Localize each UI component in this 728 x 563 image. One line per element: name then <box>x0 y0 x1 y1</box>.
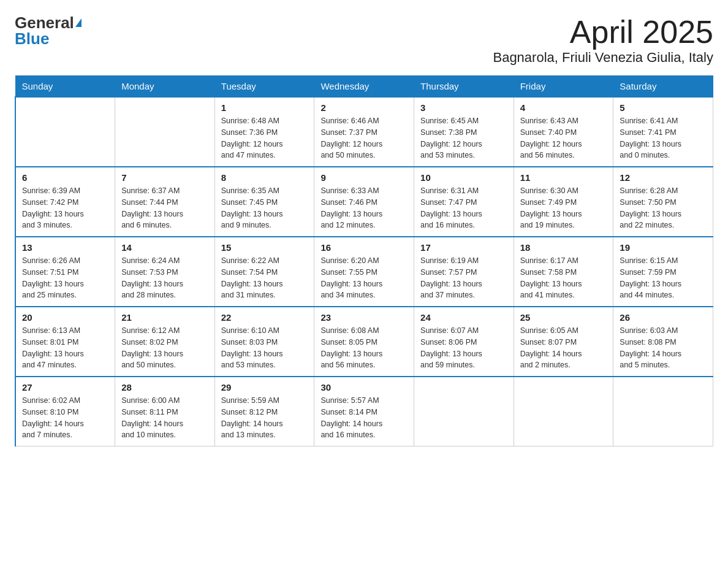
day-info: Sunrise: 6:41 AM Sunset: 7:41 PM Dayligh… <box>620 115 707 161</box>
calendar-week-row: 1Sunrise: 6:48 AM Sunset: 7:36 PM Daylig… <box>15 97 713 167</box>
day-info: Sunrise: 6:10 AM Sunset: 8:03 PM Dayligh… <box>221 325 308 371</box>
calendar-day-cell: 14Sunrise: 6:24 AM Sunset: 7:53 PM Dayli… <box>115 237 215 307</box>
calendar-day-cell: 15Sunrise: 6:22 AM Sunset: 7:54 PM Dayli… <box>214 237 314 307</box>
day-info: Sunrise: 6:28 AM Sunset: 7:50 PM Dayligh… <box>620 185 707 231</box>
day-info: Sunrise: 6:02 AM Sunset: 8:10 PM Dayligh… <box>22 395 108 441</box>
day-number: 30 <box>320 382 408 393</box>
day-info: Sunrise: 6:07 AM Sunset: 8:06 PM Dayligh… <box>420 325 507 371</box>
calendar-day-cell <box>514 377 613 446</box>
day-number: 14 <box>121 242 208 253</box>
day-info: Sunrise: 6:30 AM Sunset: 7:49 PM Dayligh… <box>520 185 607 231</box>
title-area: April 2025 Bagnarola, Friuli Venezia Giu… <box>493 15 713 66</box>
day-number: 24 <box>420 312 507 323</box>
month-title: April 2025 <box>493 15 713 50</box>
calendar-day-cell: 12Sunrise: 6:28 AM Sunset: 7:50 PM Dayli… <box>613 167 713 237</box>
calendar-day-cell: 29Sunrise: 5:59 AM Sunset: 8:12 PM Dayli… <box>214 377 314 446</box>
day-number: 6 <box>22 172 108 183</box>
day-number: 10 <box>420 172 507 183</box>
calendar-day-cell: 8Sunrise: 6:35 AM Sunset: 7:45 PM Daylig… <box>214 167 314 237</box>
day-info: Sunrise: 6:12 AM Sunset: 8:02 PM Dayligh… <box>121 325 208 371</box>
calendar-day-cell <box>15 97 115 167</box>
day-info: Sunrise: 6:00 AM Sunset: 8:11 PM Dayligh… <box>121 395 208 441</box>
day-number: 28 <box>121 382 208 393</box>
weekday-header-wednesday: Wednesday <box>314 76 414 98</box>
day-number: 15 <box>221 242 308 253</box>
page-header: General Blue April 2025 Bagnarola, Friul… <box>15 15 713 66</box>
day-number: 12 <box>620 172 707 183</box>
day-number: 16 <box>320 242 408 253</box>
day-info: Sunrise: 6:26 AM Sunset: 7:51 PM Dayligh… <box>22 255 108 301</box>
calendar-day-cell: 7Sunrise: 6:37 AM Sunset: 7:44 PM Daylig… <box>115 167 215 237</box>
weekday-header-monday: Monday <box>115 76 215 98</box>
calendar-day-cell: 16Sunrise: 6:20 AM Sunset: 7:55 PM Dayli… <box>314 237 414 307</box>
calendar-day-cell: 1Sunrise: 6:48 AM Sunset: 7:36 PM Daylig… <box>214 97 314 167</box>
day-info: Sunrise: 6:03 AM Sunset: 8:08 PM Dayligh… <box>620 325 707 371</box>
calendar-day-cell <box>414 377 514 446</box>
calendar-day-cell: 25Sunrise: 6:05 AM Sunset: 8:07 PM Dayli… <box>514 307 613 377</box>
day-info: Sunrise: 6:33 AM Sunset: 7:46 PM Dayligh… <box>320 185 408 231</box>
day-number: 23 <box>320 312 408 323</box>
day-info: Sunrise: 6:45 AM Sunset: 7:38 PM Dayligh… <box>420 115 507 161</box>
day-number: 7 <box>121 172 208 183</box>
calendar-day-cell: 20Sunrise: 6:13 AM Sunset: 8:01 PM Dayli… <box>15 307 115 377</box>
calendar-day-cell: 28Sunrise: 6:00 AM Sunset: 8:11 PM Dayli… <box>115 377 215 446</box>
calendar-week-row: 13Sunrise: 6:26 AM Sunset: 7:51 PM Dayli… <box>15 237 713 307</box>
calendar-day-cell: 19Sunrise: 6:15 AM Sunset: 7:59 PM Dayli… <box>613 237 713 307</box>
location-title: Bagnarola, Friuli Venezia Giulia, Italy <box>493 50 713 66</box>
day-number: 17 <box>420 242 507 253</box>
day-number: 2 <box>320 102 408 113</box>
logo-triangle-icon <box>75 18 82 27</box>
day-number: 11 <box>520 172 607 183</box>
day-info: Sunrise: 6:20 AM Sunset: 7:55 PM Dayligh… <box>320 255 408 301</box>
calendar-day-cell: 13Sunrise: 6:26 AM Sunset: 7:51 PM Dayli… <box>15 237 115 307</box>
calendar-day-cell: 11Sunrise: 6:30 AM Sunset: 7:49 PM Dayli… <box>514 167 613 237</box>
weekday-header-thursday: Thursday <box>414 76 514 98</box>
calendar-day-cell: 17Sunrise: 6:19 AM Sunset: 7:57 PM Dayli… <box>414 237 514 307</box>
calendar-day-cell: 30Sunrise: 5:57 AM Sunset: 8:14 PM Dayli… <box>314 377 414 446</box>
day-number: 13 <box>22 242 108 253</box>
weekday-header-saturday: Saturday <box>613 76 713 98</box>
day-info: Sunrise: 6:31 AM Sunset: 7:47 PM Dayligh… <box>420 185 507 231</box>
day-info: Sunrise: 6:17 AM Sunset: 7:58 PM Dayligh… <box>520 255 607 301</box>
calendar-day-cell: 24Sunrise: 6:07 AM Sunset: 8:06 PM Dayli… <box>414 307 514 377</box>
calendar-day-cell: 26Sunrise: 6:03 AM Sunset: 8:08 PM Dayli… <box>613 307 713 377</box>
calendar-day-cell: 9Sunrise: 6:33 AM Sunset: 7:46 PM Daylig… <box>314 167 414 237</box>
day-info: Sunrise: 6:13 AM Sunset: 8:01 PM Dayligh… <box>22 325 108 371</box>
calendar-day-cell: 3Sunrise: 6:45 AM Sunset: 7:38 PM Daylig… <box>414 97 514 167</box>
weekday-header-friday: Friday <box>514 76 613 98</box>
calendar-day-cell: 21Sunrise: 6:12 AM Sunset: 8:02 PM Dayli… <box>115 307 215 377</box>
day-number: 5 <box>620 102 707 113</box>
day-info: Sunrise: 6:35 AM Sunset: 7:45 PM Dayligh… <box>221 185 308 231</box>
logo-general-text: General <box>15 15 74 31</box>
calendar-day-cell <box>613 377 713 446</box>
day-number: 4 <box>520 102 607 113</box>
weekday-header-tuesday: Tuesday <box>214 76 314 98</box>
logo-blue-text: Blue <box>15 31 49 47</box>
day-info: Sunrise: 6:37 AM Sunset: 7:44 PM Dayligh… <box>121 185 208 231</box>
day-info: Sunrise: 6:15 AM Sunset: 7:59 PM Dayligh… <box>620 255 707 301</box>
calendar-day-cell: 22Sunrise: 6:10 AM Sunset: 8:03 PM Dayli… <box>214 307 314 377</box>
calendar-day-cell: 27Sunrise: 6:02 AM Sunset: 8:10 PM Dayli… <box>15 377 115 446</box>
calendar-day-cell: 18Sunrise: 6:17 AM Sunset: 7:58 PM Dayli… <box>514 237 613 307</box>
calendar-day-cell <box>115 97 215 167</box>
day-info: Sunrise: 6:08 AM Sunset: 8:05 PM Dayligh… <box>320 325 408 371</box>
calendar-week-row: 27Sunrise: 6:02 AM Sunset: 8:10 PM Dayli… <box>15 377 713 446</box>
day-info: Sunrise: 5:59 AM Sunset: 8:12 PM Dayligh… <box>221 395 308 441</box>
day-info: Sunrise: 6:39 AM Sunset: 7:42 PM Dayligh… <box>22 185 108 231</box>
calendar-day-cell: 2Sunrise: 6:46 AM Sunset: 7:37 PM Daylig… <box>314 97 414 167</box>
day-number: 19 <box>620 242 707 253</box>
weekday-header-sunday: Sunday <box>15 76 115 98</box>
day-number: 18 <box>520 242 607 253</box>
day-info: Sunrise: 5:57 AM Sunset: 8:14 PM Dayligh… <box>320 395 408 441</box>
day-info: Sunrise: 6:22 AM Sunset: 7:54 PM Dayligh… <box>221 255 308 301</box>
day-number: 26 <box>620 312 707 323</box>
calendar-day-cell: 6Sunrise: 6:39 AM Sunset: 7:42 PM Daylig… <box>15 167 115 237</box>
day-number: 20 <box>22 312 108 323</box>
calendar-table: SundayMondayTuesdayWednesdayThursdayFrid… <box>15 75 713 446</box>
day-number: 22 <box>221 312 308 323</box>
day-info: Sunrise: 6:05 AM Sunset: 8:07 PM Dayligh… <box>520 325 607 371</box>
day-number: 1 <box>221 102 308 113</box>
day-number: 8 <box>221 172 308 183</box>
logo: General Blue <box>15 15 82 47</box>
day-info: Sunrise: 6:19 AM Sunset: 7:57 PM Dayligh… <box>420 255 507 301</box>
